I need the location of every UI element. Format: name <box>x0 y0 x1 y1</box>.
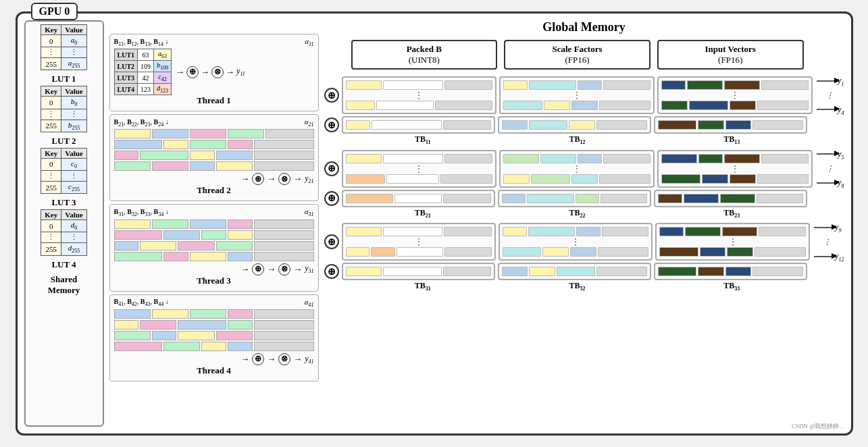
thread-4-panel: B41, B42, B43, B44 ↓ α41 <box>109 294 319 382</box>
thread-3-title: Thread 3 <box>114 275 314 286</box>
tb-32-label: TB32 <box>501 281 653 292</box>
thread-4-y-out: y41 <box>305 354 313 365</box>
tb-33-bot <box>654 263 807 280</box>
thread-1-title: Thread 1 <box>114 95 314 106</box>
tb-13-label: TB13 <box>656 134 808 145</box>
thread-4-times-op: ⊗ <box>278 353 290 365</box>
gpu-label: GPU 0 <box>31 3 78 20</box>
tb-32-bot <box>498 263 651 280</box>
thread-3-bars <box>114 219 314 261</box>
lut-2-label: LUT 2 <box>51 136 76 147</box>
thread-2-plus-op: ⊕ <box>252 173 264 185</box>
tb-21-label: TB21 <box>347 208 499 219</box>
tb-31-label: TB31 <box>347 281 499 292</box>
thread-4-alpha: α41 <box>305 298 314 308</box>
lut-3-label: LUT 3 <box>51 197 76 208</box>
tb-33-panel: ⋮ <box>655 223 809 261</box>
thread-1-panel: B11, B12, B13, B14 ↓ α11 LUT1 63 a63 LUT… <box>109 34 319 111</box>
tb-21-bot <box>342 190 495 207</box>
plus-circle-tb21-bot: ⊕ <box>324 191 339 206</box>
thread-4-title: Thread 4 <box>114 365 314 376</box>
watermark: CSDN @我想静静， <box>792 422 846 431</box>
thread-4-b-label: B41, B42, B43, B44 ↓ <box>114 298 169 307</box>
tb-31-bot <box>342 263 495 280</box>
tb-row-3-group: ⊕ ⋮ <box>324 221 844 292</box>
thread-1-plus-op: ⊕ <box>186 66 199 78</box>
tb-32-panel: ⋮ <box>499 223 653 261</box>
thread-1-y-out: y11 <box>236 66 245 77</box>
gm-column-headers: Packed B(UINT8) Scale Factors(FP16) Inpu… <box>324 40 844 70</box>
tb-23-bot <box>654 190 807 207</box>
tb-11-label: TB11 <box>347 134 499 145</box>
lut-3-table: KeyValue 0c0 ⋮⋮ 255c255 <box>41 148 86 194</box>
tb-22-bot <box>498 190 651 207</box>
threads-section: B11, B12, B13, B14 ↓ α11 LUT1 63 a63 LUT… <box>109 20 319 427</box>
plus-circle-tb11-bot: ⊕ <box>324 117 339 132</box>
plus-circle-tb31-bot: ⊕ <box>324 264 339 279</box>
gm-header-scale-factors: Scale Factors(FP16) <box>504 40 650 70</box>
plus-circle-tb31-top: ⊕ <box>324 234 339 249</box>
thread-2-b-label: B21, B22, B23, B24 ↓ <box>114 118 169 128</box>
thread-2-title: Thread 2 <box>114 185 314 196</box>
thread-3-alpha: α31 <box>305 207 314 217</box>
shared-memory-label: SharedMemory <box>48 274 80 297</box>
lut-1-table: KeyValue 0a0 ⋮⋮ 255a255 <box>41 24 86 70</box>
tb-21-panel: ⋮ <box>342 150 497 188</box>
tb-23-label: TB23 <box>656 208 808 219</box>
tb-11-bot <box>342 116 495 134</box>
tb-33-label: TB33 <box>656 281 808 292</box>
tb-row-2-group: ⊕ ⋮ <box>324 149 844 219</box>
lut-1-label: LUT 1 <box>51 74 76 84</box>
tb-23-panel: ⋮ <box>657 150 813 188</box>
tb-12-bot <box>498 116 651 134</box>
thread-2-times-op: ⊗ <box>278 173 290 185</box>
lut-4-table: KeyValue 0d0 ⋮⋮ 255d255 <box>41 209 86 255</box>
thread-3-plus-op: ⊕ <box>252 263 264 275</box>
thread-1-times-op: ⊗ <box>211 66 224 78</box>
plus-circle-tb21-top: ⊕ <box>324 161 339 176</box>
tb-11-panel: ⋮ <box>342 76 497 114</box>
main-diagram: GPU 0 KeyValue 0a0 ⋮⋮ 255a255 LUT 1 KeyV… <box>16 11 853 436</box>
thread-3-y-out: y31 <box>305 263 313 274</box>
thread-2-bars <box>114 129 314 171</box>
thread-3-b-label: B31, B32, B33, B34 ↓ <box>114 208 169 217</box>
tb-row-1-group: ⊕ ⋮ <box>324 75 844 146</box>
gm-header-input-vectors: Input Vectors(FP16) <box>657 40 804 70</box>
tb-13-panel: ⋮ <box>657 76 813 114</box>
thread-1-lut-detail: LUT1 63 a63 LUT2 109 b109 LUT3 42 c4 <box>114 49 172 95</box>
tb-12-panel: ⋮ <box>499 76 655 114</box>
thread-3-times-op: ⊗ <box>278 263 290 275</box>
thread-4-bars <box>114 309 314 351</box>
global-memory-area: Global Memory Packed B(UINT8) Scale Fact… <box>324 20 844 427</box>
thread-2-alpha: α21 <box>305 117 314 128</box>
thread-3-panel: B31, B32, B33, B34 ↓ α31 <box>109 204 319 291</box>
shared-memory-section: KeyValue 0a0 ⋮⋮ 255a255 LUT 1 KeyValue 0… <box>24 20 104 427</box>
tb-22-label: TB22 <box>501 208 653 219</box>
gm-header-packed-b: Packed B(UINT8) <box>351 40 498 70</box>
thread-2-y-out: y21 <box>305 174 313 184</box>
thread-4-plus-op: ⊕ <box>252 353 264 365</box>
tb-13-bot <box>654 116 807 134</box>
thread-2-panel: B21, B22, B23, B24 ↓ α21 <box>109 114 319 201</box>
tb-31-panel: ⋮ <box>342 223 496 261</box>
lut-4-label: LUT 4 <box>51 259 76 270</box>
lut-2-table: KeyValue 0b0 ⋮⋮ 255b255 <box>41 86 86 132</box>
global-memory-title: Global Memory <box>324 20 844 34</box>
plus-circle-tb11-top: ⊕ <box>324 88 339 103</box>
tb-22-panel: ⋮ <box>499 150 655 188</box>
thread-1-b-label: B11, B12, B13, B14 ↓ <box>114 38 169 47</box>
thread-1-alpha: α11 <box>305 37 313 47</box>
tb-12-label: TB12 <box>501 134 653 145</box>
